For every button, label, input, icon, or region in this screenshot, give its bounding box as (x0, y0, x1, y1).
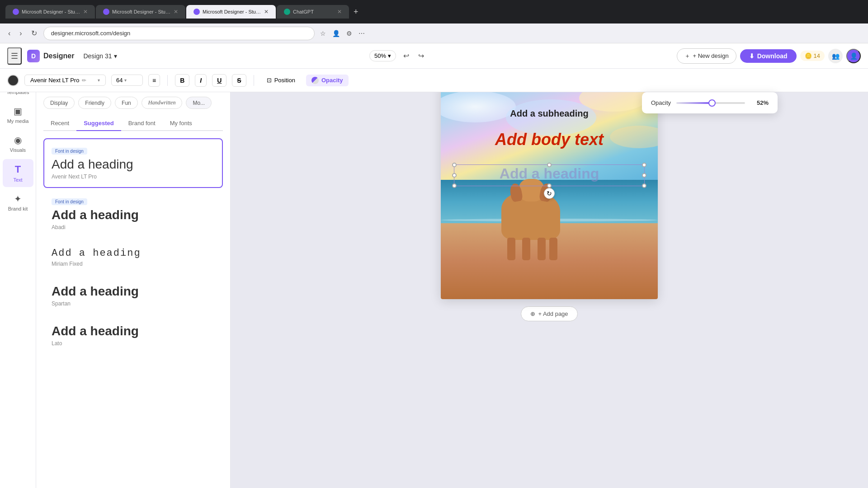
align-button[interactable]: ≡ (148, 74, 160, 87)
underline-button[interactable]: U (212, 74, 226, 87)
hamburger-menu[interactable]: ☰ (7, 47, 22, 65)
chip-handwritten[interactable]: Handwritten (142, 97, 183, 109)
app-header: ☰ D Designer Design 31 ▾ 50% ▾ ↩ ↪ ＋ + N… (0, 43, 868, 69)
opacity-slider-thumb[interactable] (708, 99, 716, 107)
bookmark-icon[interactable]: ☆ (318, 28, 328, 39)
download-button[interactable]: ⬇ Download (740, 49, 797, 63)
tab-2[interactable]: Microsoft Designer - Stunning... ✕ (96, 5, 185, 19)
design-name-chevron: ▾ (114, 52, 117, 60)
tab-recent[interactable]: Recent (43, 116, 76, 131)
opacity-panel-label: Opacity (651, 99, 671, 106)
tab-close-1[interactable]: ✕ (83, 9, 88, 15)
text-label: Text (13, 177, 22, 183)
font-item-spartan[interactable]: Add a heading Spartan (43, 276, 223, 315)
font-list: Font in design Add a heading Avenir Next… (43, 138, 223, 355)
position-button[interactable]: ⊡ Position (261, 75, 301, 86)
font-name-label: Avenir Next LT Pro (30, 77, 79, 84)
address-input[interactable] (43, 27, 315, 40)
my-media-icon: ▣ (14, 106, 22, 117)
zoom-chevron: ▾ (388, 52, 391, 59)
dog-shape (501, 192, 560, 260)
coin-badge: 🪙 14 (800, 51, 825, 61)
font-item-abadi[interactable]: Font in design Add a heading Abadi (43, 189, 223, 239)
tab-close-2[interactable]: ✕ (174, 9, 178, 15)
download-label: Download (757, 52, 788, 60)
font-item-miriam[interactable]: Add a heading Miriam Fixed (43, 239, 223, 275)
people-button[interactable]: 👥 (828, 49, 843, 63)
italic-button[interactable]: I (195, 74, 207, 87)
canvas-area: Add a subheading Add body text Add a hea… (231, 69, 868, 488)
font-name-spartan: Spartan (52, 300, 215, 307)
coin-count: 14 (814, 52, 820, 59)
tab-brand-font[interactable]: Brand font (121, 116, 163, 131)
profile-icon[interactable]: 👤 (330, 28, 342, 39)
more-icon[interactable]: ⋯ (357, 28, 367, 39)
settings-icon[interactable]: ⚙ (344, 28, 354, 39)
opacity-icon (311, 77, 319, 84)
new-design-button[interactable]: ＋ + New design (677, 48, 736, 64)
font-edit-icon[interactable]: ✏ (82, 77, 86, 84)
new-tab-button[interactable]: + (350, 5, 362, 19)
text-color-circle[interactable] (7, 75, 19, 86)
forward-button[interactable]: › (17, 28, 24, 39)
font-in-design-badge-avenir: Font in design (52, 148, 87, 155)
zoom-control[interactable]: 50% ▾ (369, 50, 396, 61)
logo-text: Designer (43, 52, 74, 60)
sidebar-item-visuals[interactable]: ◉ Visuals (3, 130, 33, 157)
browser-chrome: Microsoft Designer - Stunning... ✕ Micro… (0, 0, 868, 23)
address-icons: ☆ 👤 ⚙ ⋯ (318, 28, 367, 39)
chip-friendly[interactable]: Friendly (78, 97, 111, 109)
design-name-label: Design 31 (83, 52, 112, 60)
tab-3[interactable]: Microsoft Designer - Stunning... ✕ (186, 5, 276, 19)
font-name-lato: Lato (52, 340, 215, 347)
font-size-selector[interactable]: 64 ▾ (111, 75, 143, 86)
sidebar-item-text[interactable]: T Text (3, 159, 33, 187)
visuals-icon: ◉ (14, 135, 22, 145)
font-in-design-badge-abadi: Font in design (52, 198, 87, 205)
chip-more[interactable]: Mo... (186, 97, 212, 109)
address-bar-row: ‹ › ↻ ☆ 👤 ⚙ ⋯ (0, 23, 868, 43)
filter-chips: Display Friendly Fun Handwritten Mo... (43, 97, 223, 109)
tab-close-4[interactable]: ✕ (337, 9, 342, 15)
back-button[interactable]: ‹ (5, 28, 13, 39)
tab-4[interactable]: ChatGPT ✕ (277, 5, 349, 19)
tab-my-fonts[interactable]: My fonts (163, 116, 199, 131)
canvas-body-text[interactable]: Add body text (452, 130, 647, 149)
canvas-heading-text[interactable]: Add a heading (454, 165, 645, 182)
font-chevron-icon: ▾ (98, 78, 100, 83)
sidebar-item-brand-kit[interactable]: ✦ Brand kit (3, 189, 33, 216)
font-selector[interactable]: Avenir Next LT Pro ✏ ▾ (24, 75, 106, 86)
font-name-miriam: Miriam Fixed (52, 261, 215, 267)
bold-button[interactable]: B (175, 74, 189, 87)
header-actions: ＋ + New design ⬇ Download 🪙 14 👥 👤 (677, 48, 861, 64)
font-tabs: Recent Suggested Brand font My fonts (43, 116, 223, 131)
canvas-subheading[interactable]: Add a subheading (452, 108, 647, 119)
opacity-label: Opacity (321, 77, 343, 84)
font-panel: 🔍 Display Friendly Fun Handwritten Mo...… (36, 69, 231, 488)
tab-suggested[interactable]: Suggested (76, 116, 121, 131)
undo-button[interactable]: ↩ (400, 49, 413, 63)
sidebar-item-my-media[interactable]: ▣ My media (3, 101, 33, 128)
font-heading-avenir: Add a heading (52, 157, 215, 172)
canvas-scroll[interactable]: Add a subheading Add body text Add a hea… (231, 69, 868, 488)
font-item-avenir[interactable]: Font in design Add a heading Avenir Next… (43, 138, 223, 188)
opacity-slider-track[interactable] (676, 102, 745, 104)
account-button[interactable]: 👤 (846, 49, 861, 63)
canvas-frame[interactable]: Add a subheading Add body text Add a hea… (441, 82, 658, 299)
tab-close-3[interactable]: ✕ (264, 9, 269, 15)
add-page-button[interactable]: ⊕ + Add page (521, 306, 577, 321)
redo-button[interactable]: ↪ (415, 49, 428, 63)
undo-redo: ↩ ↪ (400, 49, 428, 63)
design-name[interactable]: Design 31 ▾ (80, 51, 120, 61)
opacity-button[interactable]: Opacity (306, 75, 349, 86)
toolbar-row: Avenir Next LT Pro ✏ ▾ 64 ▾ ≡ B I U S ⊡ … (0, 69, 868, 92)
chip-display[interactable]: Display (43, 97, 75, 109)
strikethrough-button[interactable]: S (232, 74, 246, 87)
new-design-icon: ＋ (684, 52, 690, 60)
tab-1[interactable]: Microsoft Designer - Stunning... ✕ (5, 5, 95, 19)
font-item-lato[interactable]: Add a heading Lato (43, 316, 223, 355)
canvas-selected-heading-container[interactable]: Add a heading ↻ (454, 164, 645, 186)
brand-kit-icon: ✦ (14, 193, 22, 204)
chip-fun[interactable]: Fun (115, 97, 138, 109)
refresh-button[interactable]: ↻ (28, 27, 40, 39)
